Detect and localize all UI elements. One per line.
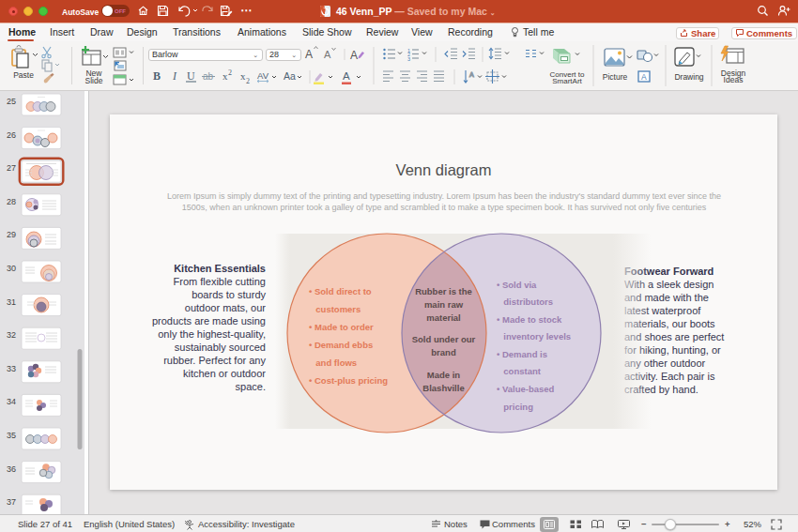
svg-text:30: 30	[7, 264, 16, 273]
svg-text:36: 36	[7, 464, 16, 474]
svg-text:33: 33	[7, 364, 16, 373]
svg-text:A: A	[641, 72, 647, 82]
svg-text:2: 2	[228, 68, 232, 77]
svg-text:35: 35	[7, 431, 16, 440]
svg-text:37: 37	[7, 497, 16, 507]
svg-text:Aa: Aa	[284, 70, 296, 82]
svg-text:2: 2	[246, 77, 250, 85]
svg-text:32: 32	[7, 330, 16, 340]
svg-text:A: A	[305, 48, 313, 61]
svg-text:I: I	[172, 69, 177, 83]
svg-text:A: A	[324, 49, 331, 60]
svg-text:A: A	[350, 49, 358, 62]
svg-text:26: 26	[7, 130, 16, 140]
svg-text:27: 27	[7, 163, 16, 173]
svg-text:31: 31	[7, 297, 16, 307]
svg-text:B: B	[153, 69, 161, 83]
svg-text:3: 3	[407, 56, 410, 62]
svg-text:25: 25	[7, 97, 16, 106]
svg-text:29: 29	[7, 230, 16, 239]
svg-text:34: 34	[7, 397, 16, 406]
svg-text:28: 28	[7, 197, 16, 206]
svg-text:U: U	[187, 69, 195, 83]
svg-text:AV: AV	[257, 70, 269, 81]
svg-text:A: A	[343, 70, 350, 82]
svg-text:A: A	[469, 71, 474, 78]
